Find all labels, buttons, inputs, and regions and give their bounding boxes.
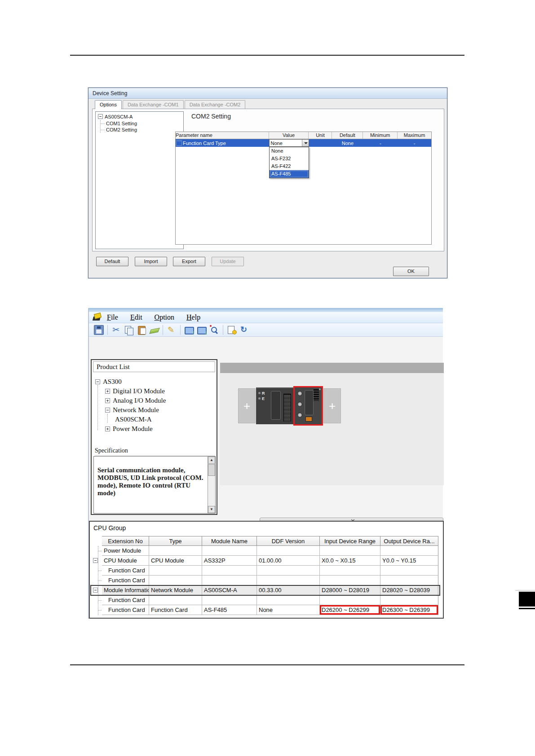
product-list-panel: Product List AS300 Digital I/O Module An… bbox=[91, 359, 217, 515]
section-title: COM2 Setting bbox=[191, 113, 231, 120]
spec-scrollbar[interactable]: ▲ ▼ bbox=[208, 457, 215, 513]
table-row-function-card[interactable]: Function Card bbox=[91, 595, 440, 605]
function-card-dropdown-list: None AS-F232 AS-F422 AS-F485 bbox=[269, 147, 309, 178]
scroll-up-icon[interactable]: ▲ bbox=[208, 457, 215, 464]
value-dropdown[interactable]: None bbox=[269, 139, 309, 147]
tree-item-com2-setting[interactable]: COM2 Setting bbox=[101, 127, 183, 133]
download-icon[interactable]: ↓ bbox=[197, 325, 207, 335]
menu-edit[interactable]: Edit bbox=[130, 313, 142, 321]
tree-item-network-module[interactable]: Network Module bbox=[95, 405, 217, 415]
refresh-icon[interactable] bbox=[239, 325, 249, 335]
export-button[interactable]: Export bbox=[173, 257, 205, 266]
tree-stub bbox=[98, 610, 102, 611]
expand-icon[interactable] bbox=[105, 426, 110, 431]
collapse-icon[interactable] bbox=[105, 408, 110, 413]
table-row-function-card[interactable]: Function Card bbox=[91, 566, 440, 576]
dropdown-option-as-f485[interactable]: AS-F485 bbox=[270, 170, 309, 178]
parameter-table: Parameter name Value Unit Default Minimu… bbox=[175, 132, 432, 245]
parameter-row-function-card-type[interactable]: Function Card Type None None - - bbox=[176, 139, 431, 147]
save-icon[interactable] bbox=[94, 325, 104, 335]
upload-icon[interactable]: ↑ bbox=[184, 325, 194, 335]
dropdown-option-none[interactable]: None bbox=[270, 147, 309, 155]
cpu-module-image[interactable]: R E bbox=[256, 387, 294, 424]
erase-icon[interactable] bbox=[149, 325, 159, 335]
tree-stub bbox=[98, 571, 102, 571]
specification-text: Serial communication module, MODBUS, UD … bbox=[94, 457, 208, 513]
cpu-card-slot bbox=[271, 391, 281, 420]
rotary-knob-icon bbox=[297, 413, 302, 418]
page-top-rule bbox=[70, 55, 464, 56]
module-config-icon[interactable] bbox=[227, 325, 237, 335]
tree-item-com1-setting[interactable]: COM1 Setting bbox=[101, 120, 183, 127]
options-tab-page: AS00SCM-A COM1 Setting COM2 Setting COM2… bbox=[92, 109, 444, 251]
collapse-icon[interactable] bbox=[98, 114, 103, 119]
toolbar-separator bbox=[107, 325, 108, 335]
copy-icon[interactable] bbox=[124, 325, 134, 335]
expand-icon[interactable] bbox=[105, 398, 110, 403]
table-row-power-module[interactable]: Power Module bbox=[91, 546, 440, 556]
tree-stub bbox=[98, 580, 102, 581]
tab-options[interactable]: Options bbox=[95, 100, 122, 109]
cpu-group-title: CPU Group bbox=[93, 524, 126, 532]
toolbar-separator bbox=[223, 325, 223, 335]
expand-icon[interactable] bbox=[105, 389, 110, 394]
edge-tab-topline bbox=[515, 590, 535, 591]
parameter-name: Function Card Type bbox=[183, 141, 226, 146]
device-setting-dialog: Device Setting Options Data Exchange -CO… bbox=[88, 88, 447, 278]
paste-icon[interactable] bbox=[137, 325, 146, 335]
table-row-cpu-module[interactable]: CPU Module CPU Module AS332P 01.00.00 X0… bbox=[91, 556, 440, 566]
rotary-knob-icon bbox=[297, 391, 302, 396]
cut-icon[interactable] bbox=[111, 325, 121, 335]
col-input-device-range: Input Device Range bbox=[320, 536, 380, 546]
tree-item-power-module[interactable]: Power Module bbox=[95, 424, 217, 434]
col-parameter-name: Parameter name bbox=[176, 132, 269, 139]
col-output-device-range: Output Device Ra... bbox=[380, 536, 438, 546]
device-tree: AS00SCM-A COM1 Setting COM2 Setting bbox=[95, 111, 184, 249]
row-expander-icon bbox=[176, 140, 182, 146]
tab-data-exchange-com1[interactable]: Data Exchange -COM1 bbox=[123, 100, 184, 109]
empty-slot-right[interactable]: + bbox=[323, 388, 341, 423]
draw-icon[interactable] bbox=[167, 325, 177, 335]
ok-button[interactable]: OK bbox=[393, 267, 429, 276]
menu-option[interactable]: Option bbox=[155, 313, 174, 321]
gutter-header bbox=[91, 536, 102, 546]
collapse-icon[interactable] bbox=[95, 379, 100, 384]
table-row-function-card-as-f485[interactable]: Function Card Function Card AS-F485 None… bbox=[91, 605, 440, 615]
specification-title: Specification bbox=[95, 447, 215, 456]
default-cell: None bbox=[332, 141, 363, 146]
scm-module-selected[interactable] bbox=[295, 387, 322, 424]
collapse-icon[interactable] bbox=[93, 588, 98, 593]
tree-item-as300[interactable]: AS300 bbox=[95, 377, 217, 387]
dropdown-option-as-f422[interactable]: AS-F422 bbox=[270, 163, 309, 170]
cpu-terminal-connector bbox=[283, 394, 291, 422]
scrollbar-thumb[interactable] bbox=[208, 464, 215, 476]
scm-card-slot bbox=[305, 390, 314, 415]
tree-item-as00scm-a[interactable]: AS00SCM-A bbox=[95, 415, 217, 424]
menu-file[interactable]: File bbox=[107, 313, 118, 321]
maximum-cell: - bbox=[398, 141, 431, 146]
tree-item-as00scm-a[interactable]: AS00SCM-A bbox=[98, 114, 183, 120]
import-button[interactable]: Import bbox=[135, 257, 167, 266]
highlighted-input-range: D26200 ~ D26299 bbox=[320, 605, 380, 615]
hwconfig-window: File Edit Option Help ↑ ↓ Product List bbox=[88, 308, 443, 619]
menu-help[interactable]: Help bbox=[186, 313, 200, 321]
table-row-function-card[interactable]: Function Card bbox=[91, 576, 440, 585]
search-icon[interactable] bbox=[209, 325, 219, 335]
tree-item-analog-io[interactable]: Analog I/O Module bbox=[95, 396, 217, 405]
product-list-tree: AS300 Digital I/O Module Analog I/O Modu… bbox=[92, 374, 217, 434]
page-edge-tab bbox=[519, 592, 535, 607]
product-list-title: Product List bbox=[93, 361, 215, 372]
dialog-titlebar[interactable]: Device Setting bbox=[88, 88, 447, 99]
dialog-title: Device Setting bbox=[93, 90, 127, 97]
tree-item-digital-io[interactable]: Digital I/O Module bbox=[95, 387, 217, 396]
empty-slot-left[interactable]: + bbox=[238, 388, 256, 423]
dropdown-option-as-f232[interactable]: AS-F232 bbox=[270, 155, 309, 163]
collapse-icon[interactable] bbox=[93, 558, 98, 563]
tab-data-exchange-com2[interactable]: Data Exchange -COM2 bbox=[185, 100, 246, 109]
highlighted-output-range: D26300 ~ D26399 bbox=[380, 605, 438, 615]
dropdown-arrow-icon[interactable] bbox=[302, 140, 309, 146]
table-row-module-information-selected[interactable]: Module Informatic Network Module AS00SCM… bbox=[91, 585, 440, 595]
default-button[interactable]: Default bbox=[96, 257, 128, 266]
col-ddf-version: DDF Version bbox=[257, 536, 320, 546]
scroll-down-icon[interactable]: ▼ bbox=[208, 506, 215, 513]
